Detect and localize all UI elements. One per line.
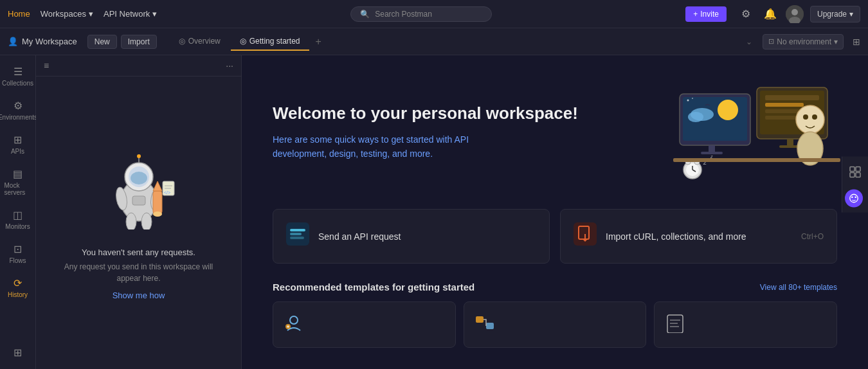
svg-rect-63 [476,316,484,323]
svg-point-59 [290,316,298,324]
svg-rect-35 [765,116,797,120]
sidebar-item-apis[interactable]: ⊞ APIs [1,129,35,160]
svg-rect-54 [290,233,302,235]
more-icon[interactable]: ··· [226,60,233,71]
sidebar-item-mock-servers[interactable]: ▤ Mock servers [1,163,35,201]
add-tab-button[interactable]: + [311,33,327,50]
svg-rect-51 [673,158,840,162]
svg-point-23 [718,100,738,120]
svg-point-38 [796,105,824,134]
import-button[interactable]: Import [121,35,157,49]
mock-servers-icon: ▤ [13,168,23,180]
top-nav: Home Workspaces ▾ API Network ▾ 🔍 Search… [0,0,868,28]
right-float-btn-1[interactable] [845,162,865,186]
svg-rect-69 [850,167,854,172]
sidebar-item-environments[interactable]: ⚙ Environments [1,94,35,126]
empty-desc: Any request you send in this workspace w… [51,261,226,284]
svg-text:z: z [710,154,713,159]
svg-point-10 [141,213,152,230]
svg-point-9 [126,213,136,230]
svg-rect-55 [290,237,304,239]
filter-icon: ≡ [44,60,49,71]
tab-expand-icon[interactable]: ⌄ [746,37,752,46]
svg-point-39 [803,114,808,120]
bell-icon[interactable]: 🔔 [761,5,779,23]
svg-point-73 [850,194,858,202]
svg-point-40 [812,114,817,120]
layout-grid-icon[interactable]: ⊞ [853,37,860,47]
svg-rect-72 [856,173,860,177]
avatar[interactable] [786,5,804,23]
sidebar-item-history[interactable]: ⟳ History [1,272,35,303]
add-icon: ⊞ [14,346,22,359]
welcome-illustration: z z z [670,81,837,183]
svg-rect-28 [709,145,715,152]
action-cards: Send an API request Import cURL, collect… [242,209,868,282]
settings-icon[interactable]: ⚙ [737,5,755,23]
nav-api-network[interactable]: API Network ▾ [104,9,157,19]
sidebar-item-monitors[interactable]: ◫ Monitors [1,204,35,235]
right-float-btn-2[interactable] [845,190,863,208]
tabs: ◎ Overview ◎ Getting started + [170,33,453,51]
tab-getting-started[interactable]: ◎ Getting started [231,33,309,51]
sidebar-item-flows[interactable]: ⊡ Flows [1,238,35,269]
tpl2-svg [475,312,495,333]
astronaut-svg: </> [100,146,177,230]
invite-button[interactable]: + Invite [685,6,727,22]
welcome-text: Welcome to your personal workspace! Here… [273,104,657,161]
svg-rect-70 [856,167,860,172]
right-float-icon-1 [849,166,862,179]
main-content: Welcome to your personal workspace! Here… [242,55,868,369]
svg-point-75 [854,196,856,198]
astronaut-illustration: </> [100,146,177,240]
tpl1-svg [284,312,304,333]
upgrade-button[interactable]: Upgrade ▾ [810,6,860,22]
environment-selector[interactable]: ⊡ No environment ▾ [763,34,844,50]
template-card-2[interactable] [464,302,647,348]
tpl3-svg [665,312,685,333]
send-api-card[interactable]: Send an API request [273,209,550,264]
svg-rect-36 [787,139,793,145]
import-card[interactable]: Import cURL, collections, and more Ctrl+… [560,209,837,264]
templates-section: Recommended templates for getting starte… [242,282,868,348]
left-panel: ≡ ··· [36,55,242,369]
history-icon: ⟳ [14,277,22,289]
workspace-actions: New Import [87,35,157,49]
template-card-3[interactable] [654,302,837,348]
sidebar: ☰ Collections ⚙ Environments ⊞ APIs ▤ Mo… [0,55,36,369]
main-layout: ☰ Collections ⚙ Environments ⊞ APIs ▤ Mo… [0,55,868,369]
collections-icon: ☰ [14,66,23,78]
environments-icon: ⚙ [14,100,23,112]
template-icon-1 [284,312,304,337]
apis-icon: ⊞ [14,134,22,146]
top-right-icons: ⚙ 🔔 Upgrade ▾ [737,5,860,23]
svg-point-74 [851,196,853,198]
workspace-illustration: z z z [670,81,844,181]
user-icon: 👤 [8,37,18,46]
sidebar-item-collections[interactable]: ☰ Collections [1,60,35,92]
send-api-icon [286,222,309,250]
search-label: Search Postman [375,10,432,19]
nav-workspaces[interactable]: Workspaces ▾ [41,9,93,19]
svg-rect-14 [153,191,162,214]
nav-home[interactable]: Home [8,9,30,19]
svg-rect-53 [290,229,305,231]
env-chevron-icon: ▾ [834,37,838,46]
template-icon-3 [665,312,685,337]
flows-icon: ⊡ [14,243,22,255]
sidebar-item-add[interactable]: ⊞ [1,341,35,364]
view-all-link[interactable]: View all 80+ templates [760,283,837,292]
left-panel-search[interactable] [54,61,221,70]
show-me-link[interactable]: Show me how [113,291,165,300]
svg-rect-65 [667,315,683,333]
svg-rect-32 [765,95,819,100]
template-card-1[interactable] [273,302,456,348]
new-button[interactable]: New [87,35,117,49]
search-bar[interactable]: 🔍 Search Postman [350,6,492,22]
svg-text:</>: </> [164,190,170,195]
welcome-title: Welcome to your personal workspace! [273,104,657,123]
svg-rect-33 [765,103,804,107]
tab-overview[interactable]: ◎ Overview [170,33,230,51]
svg-point-13 [137,154,141,158]
workspace-name[interactable]: 👤 My Workspace [8,37,77,46]
